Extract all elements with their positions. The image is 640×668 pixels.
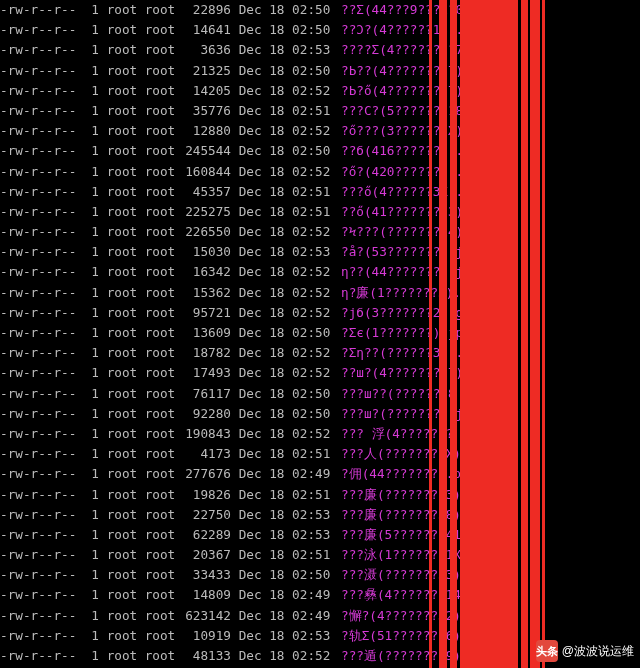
file-date: Dec 18 02:52 (231, 303, 341, 323)
occlusion-bar (439, 0, 447, 668)
watermark: 头条 @波波说运维 (536, 640, 634, 662)
file-date: Dec 18 02:52 (231, 283, 341, 303)
file-size: 20367 (175, 545, 231, 565)
file-size: 62289 (175, 525, 231, 545)
permissions: -rw-r--r-- (0, 40, 84, 60)
occlusion-bar (521, 0, 528, 668)
file-date: Dec 18 02:52 (231, 424, 341, 444)
file-date: Dec 18 02:50 (231, 61, 341, 81)
link-count: 1 (84, 61, 99, 81)
owner: root (99, 283, 137, 303)
file-size: 16342 (175, 262, 231, 282)
group: root (137, 404, 175, 424)
file-date: Dec 18 02:49 (231, 606, 341, 626)
group: root (137, 0, 175, 20)
owner: root (99, 384, 137, 404)
permissions: -rw-r--r-- (0, 162, 84, 182)
owner: root (99, 262, 137, 282)
group: root (137, 384, 175, 404)
file-name: ???ш?(???????).jpg (341, 406, 479, 421)
group: root (137, 464, 175, 484)
owner: root (99, 303, 137, 323)
owner: root (99, 525, 137, 545)
owner: root (99, 464, 137, 484)
owner: root (99, 444, 137, 464)
file-date: Dec 18 02:53 (231, 626, 341, 646)
permissions: -rw-r--r-- (0, 585, 84, 605)
file-date: Dec 18 02:52 (231, 81, 341, 101)
permissions: -rw-r--r-- (0, 0, 84, 20)
file-size: 48133 (175, 646, 231, 666)
owner: root (99, 565, 137, 585)
file-date: Dec 18 02:53 (231, 525, 341, 545)
link-count: 1 (84, 283, 99, 303)
owner: root (99, 141, 137, 161)
permissions: -rw-r--r-- (0, 505, 84, 525)
group: root (137, 81, 175, 101)
file-size: 15362 (175, 283, 231, 303)
permissions: -rw-r--r-- (0, 222, 84, 242)
group: root (137, 162, 175, 182)
link-count: 1 (84, 202, 99, 222)
file-name: ?ϳб(3???????2).gif (341, 305, 479, 320)
permissions: -rw-r--r-- (0, 444, 84, 464)
group: root (137, 20, 175, 40)
group: root (137, 505, 175, 525)
file-size: 15030 (175, 242, 231, 262)
owner: root (99, 182, 137, 202)
owner: root (99, 606, 137, 626)
link-count: 1 (84, 323, 99, 343)
owner: root (99, 222, 137, 242)
link-count: 1 (84, 303, 99, 323)
file-size: 92280 (175, 404, 231, 424)
file-size: 14641 (175, 20, 231, 40)
link-count: 1 (84, 424, 99, 444)
owner: root (99, 626, 137, 646)
link-count: 1 (84, 485, 99, 505)
owner: root (99, 0, 137, 20)
group: root (137, 242, 175, 262)
link-count: 1 (84, 444, 99, 464)
occlusion-bar (530, 0, 540, 668)
file-date: Dec 18 02:52 (231, 363, 341, 383)
file-size: 18782 (175, 343, 231, 363)
group: root (137, 40, 175, 60)
permissions: -rw-r--r-- (0, 262, 84, 282)
file-size: 4173 (175, 444, 231, 464)
group: root (137, 323, 175, 343)
group: root (137, 283, 175, 303)
link-count: 1 (84, 242, 99, 262)
owner: root (99, 343, 137, 363)
permissions: -rw-r--r-- (0, 626, 84, 646)
owner: root (99, 424, 137, 444)
file-size: 226550 (175, 222, 231, 242)
file-size: 12880 (175, 121, 231, 141)
file-size: 623142 (175, 606, 231, 626)
permissions: -rw-r--r-- (0, 485, 84, 505)
permissions: -rw-r--r-- (0, 424, 84, 444)
permissions: -rw-r--r-- (0, 101, 84, 121)
file-size: 17493 (175, 363, 231, 383)
file-date: Dec 18 02:51 (231, 545, 341, 565)
file-size: 3636 (175, 40, 231, 60)
owner: root (99, 61, 137, 81)
group: root (137, 545, 175, 565)
file-date: Dec 18 02:50 (231, 404, 341, 424)
owner: root (99, 505, 137, 525)
group: root (137, 363, 175, 383)
permissions: -rw-r--r-- (0, 303, 84, 323)
file-date: Dec 18 02:53 (231, 40, 341, 60)
file-size: 277676 (175, 464, 231, 484)
permissions: -rw-r--r-- (0, 242, 84, 262)
link-count: 1 (84, 565, 99, 585)
file-name: η??(44???????).jpg (341, 264, 479, 279)
owner: root (99, 485, 137, 505)
owner: root (99, 545, 137, 565)
group: root (137, 182, 175, 202)
permissions: -rw-r--r-- (0, 61, 84, 81)
permissions: -rw-r--r-- (0, 404, 84, 424)
file-date: Dec 18 02:52 (231, 646, 341, 666)
group: root (137, 202, 175, 222)
link-count: 1 (84, 363, 99, 383)
permissions: -rw-r--r-- (0, 323, 84, 343)
